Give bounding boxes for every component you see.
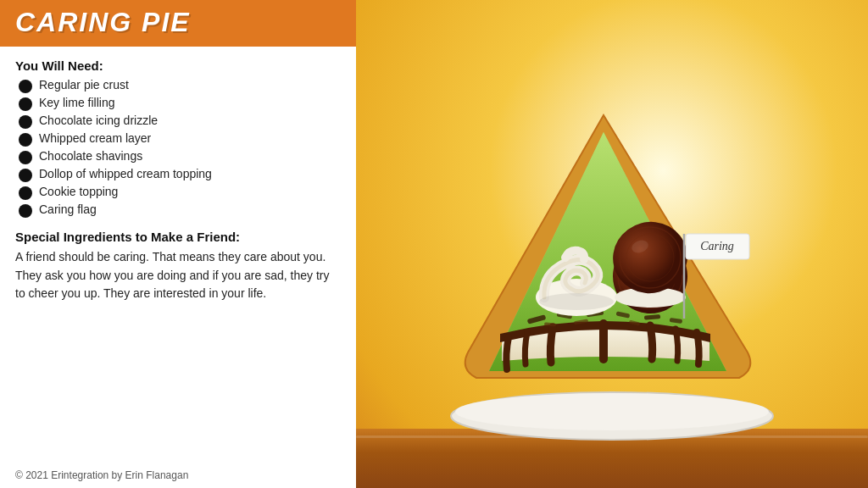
- special-body-text: A friend should be caring. That means th…: [15, 248, 341, 303]
- list-item: Chocolate icing drizzle: [19, 114, 341, 129]
- bullet-icon: [19, 133, 32, 147]
- ingredients-heading: You Will Need:: [15, 58, 341, 73]
- svg-point-12: [539, 293, 614, 310]
- special-section: Special Ingredients to Make a Friend: A …: [15, 230, 341, 303]
- svg-text:Caring: Caring: [700, 240, 734, 252]
- copyright-text: © 2021 Erintegration by Erin Flanagan: [15, 469, 188, 481]
- right-panel: Caring: [356, 0, 868, 488]
- bullet-icon: [19, 169, 32, 182]
- page-title: Caring Pie: [15, 7, 191, 37]
- bullet-icon: [19, 151, 32, 164]
- bullet-icon: [19, 204, 32, 218]
- left-panel: Caring Pie You Will Need: Regular pie cr…: [0, 0, 356, 488]
- footer: © 2021 Erintegration by Erin Flanagan: [0, 463, 356, 488]
- content-area: You Will Need: Regular pie crust Key lim…: [0, 58, 356, 463]
- pie-illustration: Caring: [434, 47, 790, 446]
- special-heading: Special Ingredients to Make a Friend:: [15, 230, 341, 244]
- list-item: Regular pie crust: [19, 78, 341, 93]
- list-item: Cookie topping: [19, 185, 341, 200]
- list-item: Whipped cream layer: [19, 131, 341, 147]
- svg-point-1: [455, 393, 769, 430]
- bullet-icon: [19, 80, 32, 93]
- list-item: Dollop of whipped cream topping: [19, 167, 341, 182]
- bullet-icon: [19, 97, 32, 111]
- bullet-icon: [19, 186, 32, 200]
- list-item: Chocolate shavings: [19, 149, 341, 164]
- list-item: Caring flag: [19, 202, 341, 218]
- ingredients-list: Regular pie crust Key lime filling Choco…: [19, 78, 341, 218]
- page-container: Caring Pie You Will Need: Regular pie cr…: [0, 0, 868, 488]
- bullet-icon: [19, 115, 32, 129]
- title-bar: Caring Pie: [0, 0, 356, 47]
- list-item: Key lime filling: [19, 96, 341, 111]
